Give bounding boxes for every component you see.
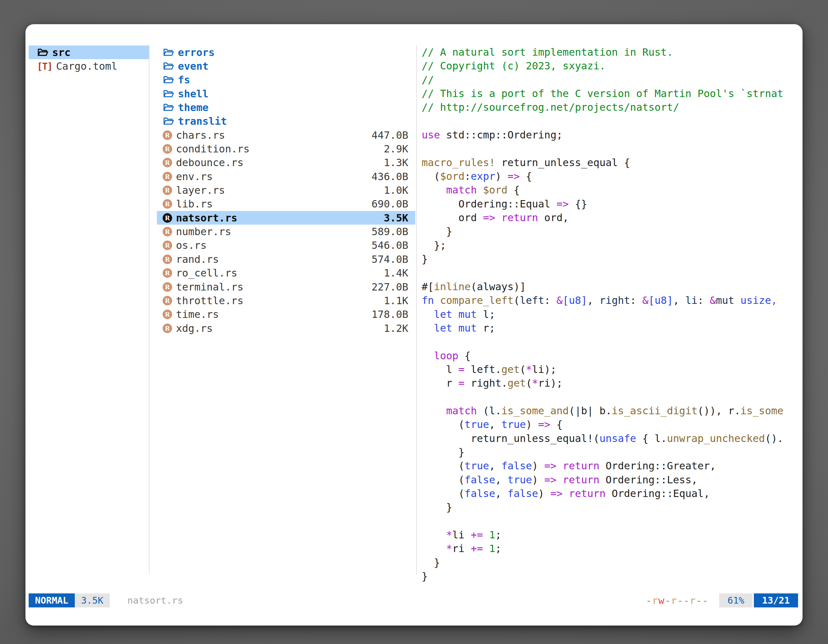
code-line	[422, 514, 801, 528]
code-line: (true, true) => {	[422, 418, 801, 431]
file-item-debounce.rs[interactable]: Rdebounce.rs1.3K	[157, 156, 415, 169]
code-line: #[inline(always)]	[422, 280, 801, 294]
yazi-window: src[T]Cargo.toml errors event fs shell t…	[25, 24, 803, 625]
status-filename: natsort.rs	[121, 594, 190, 607]
file-item-number.rs[interactable]: Rnumber.rs589.0B	[157, 225, 415, 238]
rust-file-icon: R	[163, 282, 172, 292]
item-label: throttle.rs	[176, 295, 243, 307]
file-permissions: -rw-r--r--	[646, 594, 709, 607]
item-label: terminal.rs	[176, 281, 243, 293]
code-line: ($ord:expr) => {	[422, 169, 801, 183]
file-item-lib.rs[interactable]: Rlib.rs690.0B	[157, 197, 415, 211]
pane-divider-right	[416, 45, 417, 575]
code-line: (true, false) => return Ordering::Greate…	[422, 459, 801, 473]
dir-item-shell[interactable]: shell	[157, 87, 415, 100]
rust-file-icon: R	[163, 185, 172, 195]
perm-char-read: r	[690, 595, 696, 606]
item-label: chars.rs	[176, 129, 225, 141]
perm-char-dash: -	[646, 595, 652, 606]
file-item-throttle.rs[interactable]: Rthrottle.rs1.1K	[157, 294, 415, 307]
code-line: *ri += 1;	[422, 542, 801, 556]
pane-divider-left	[149, 45, 149, 575]
item-size: 690.0B	[372, 198, 415, 210]
dir-item-event[interactable]: event	[157, 59, 415, 73]
code-line: }	[422, 556, 801, 570]
item-size: 574.0B	[372, 253, 415, 265]
folder-open-icon	[163, 47, 174, 58]
folder-open-icon	[37, 47, 49, 58]
code-line: Ordering::Equal => {}	[422, 197, 801, 211]
file-item-Cargo.toml[interactable]: [T]Cargo.toml	[29, 59, 149, 73]
item-size: 436.0B	[372, 171, 415, 183]
code-line: }	[422, 252, 801, 266]
dir-item-translit[interactable]: translit	[157, 114, 415, 128]
item-label: layer.rs	[176, 184, 225, 196]
item-size: 1.3K	[384, 157, 415, 169]
code-line	[422, 266, 801, 280]
cursor-position-indicator: 13/21	[754, 594, 798, 607]
code-line: fn compare_left(left: &[u8], right: &[u8…	[422, 294, 801, 307]
perm-char-dash: --	[696, 595, 708, 606]
dir-item-fs[interactable]: fs	[157, 73, 415, 87]
code-line: let mut l;	[422, 308, 801, 321]
dir-item-src[interactable]: src	[29, 45, 149, 59]
file-size-indicator: 3.5K	[75, 594, 110, 607]
item-label: errors	[178, 47, 215, 58]
rust-file-icon: R	[163, 199, 172, 209]
item-label: event	[178, 60, 209, 72]
file-item-xdg.rs[interactable]: Rxdg.rs1.2K	[157, 321, 415, 335]
item-label: natsort.rs	[176, 212, 237, 224]
rust-file-icon: R	[163, 324, 172, 333]
item-label: time.rs	[176, 308, 219, 320]
parent-pane: src[T]Cargo.toml	[29, 45, 149, 73]
file-item-layer.rs[interactable]: Rlayer.rs1.0K	[157, 183, 415, 197]
file-item-chars.rs[interactable]: Rchars.rs447.0B	[157, 128, 415, 142]
code-line: ord => return ord,	[422, 211, 801, 225]
item-size: 589.0B	[372, 226, 415, 238]
current-pane: errors event fs shell theme translitRcha…	[157, 45, 415, 335]
code-line: match $ord {	[422, 183, 801, 197]
file-item-terminal.rs[interactable]: Rterminal.rs227.0B	[157, 280, 415, 294]
item-label: rand.rs	[176, 253, 219, 265]
code-line	[422, 114, 801, 128]
file-item-natsort.rs[interactable]: Rnatsort.rs3.5K	[157, 211, 415, 225]
item-label: number.rs	[176, 226, 231, 238]
code-line: // A natural sort implementation in Rust…	[422, 45, 801, 59]
rust-file-icon: R	[163, 172, 172, 181]
item-size: 2.9K	[384, 143, 415, 155]
rust-file-icon: R	[163, 227, 172, 237]
file-item-time.rs[interactable]: Rtime.rs178.0B	[157, 308, 415, 321]
file-item-rand.rs[interactable]: Rrand.rs574.0B	[157, 252, 415, 266]
code-line	[422, 390, 801, 404]
dir-item-errors[interactable]: errors	[157, 45, 415, 59]
code-line: }	[422, 445, 801, 459]
code-line: // This is a port of the C version of Ma…	[422, 87, 801, 100]
scroll-percent-indicator: 61%	[719, 594, 752, 607]
perm-char-dash: --	[677, 595, 690, 606]
file-item-os.rs[interactable]: Ros.rs546.0B	[157, 239, 415, 252]
code-line: loop {	[422, 349, 801, 363]
file-item-env.rs[interactable]: Renv.rs436.0B	[157, 169, 415, 183]
code-line	[422, 335, 801, 349]
code-line: // Copyright (c) 2023, sxyazi.	[422, 59, 801, 73]
item-size: 178.0B	[372, 308, 415, 320]
dir-item-theme[interactable]: theme	[157, 100, 415, 114]
status-bar: NORMAL 3.5K natsort.rs -rw-r--r-- 61% 13…	[29, 594, 798, 607]
rust-file-icon: R	[163, 241, 172, 250]
folder-open-icon	[163, 102, 174, 113]
rust-file-icon: R	[163, 310, 172, 319]
perm-char-write: w	[659, 595, 665, 606]
item-label: env.rs	[176, 171, 213, 183]
status-spacer	[189, 594, 646, 607]
item-label: xdg.rs	[176, 322, 213, 334]
item-label: os.rs	[176, 239, 207, 251]
folder-open-icon	[163, 74, 174, 86]
rust-file-icon: R	[163, 130, 172, 140]
toml-icon: [T]	[37, 61, 52, 72]
item-label: condition.rs	[176, 143, 249, 155]
file-item-ro_cell.rs[interactable]: Rro_cell.rs1.4K	[157, 266, 415, 280]
preview-pane[interactable]: // A natural sort implementation in Rust…	[422, 45, 801, 589]
item-label: fs	[178, 74, 190, 86]
item-label: shell	[178, 88, 209, 100]
file-item-condition.rs[interactable]: Rcondition.rs2.9K	[157, 142, 415, 155]
